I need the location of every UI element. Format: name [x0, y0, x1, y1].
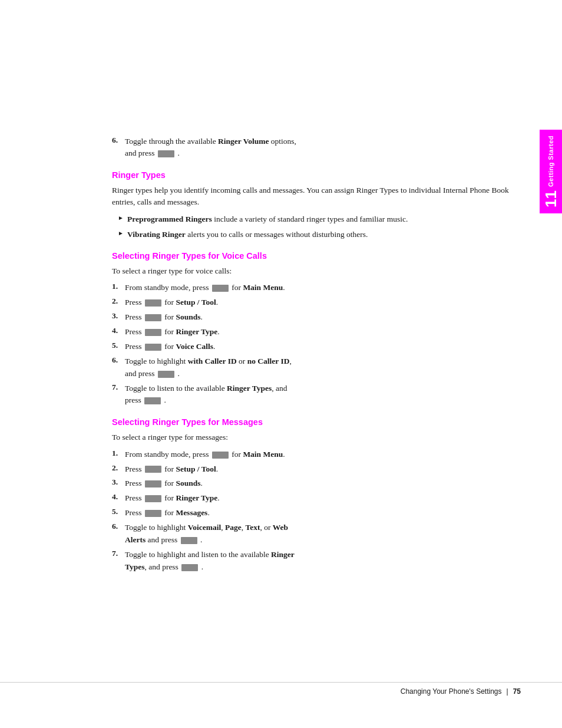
side-tab: Getting Started 11 [540, 130, 562, 213]
bullet-text-2: Vibrating Ringer alerts you to calls or … [127, 229, 368, 241]
bullet-text-1: Preprogrammed Ringers include a variety … [127, 213, 408, 225]
msg-step-4-num: 4. [112, 492, 125, 502]
ringer-types-para: Ringer types help you identify incoming … [112, 185, 521, 209]
bullet-item-2: ► Vibrating Ringer alerts you to calls o… [118, 229, 521, 241]
voice-step-1: 1. From standby mode, press for Main Men… [112, 282, 521, 294]
voice-step-6-num: 6. [112, 355, 125, 365]
voice-step-3: 3. Press for Sounds. [112, 311, 521, 324]
messages-intro: To select a ringer type for messages: [112, 431, 521, 443]
btn-m2 [145, 466, 161, 473]
msg-step-7-text: Toggle to highlight and listen to the av… [125, 549, 295, 574]
intro-step-6: 6. Toggle through the available Ringer V… [112, 136, 521, 160]
messages-section: Selecting Ringer Types for Messages To s… [112, 417, 521, 574]
voice-step-5-text: Press for Voice Calls. [125, 341, 215, 353]
voice-step-3-text: Press for Sounds. [125, 311, 203, 324]
side-tab-label: Getting Started [547, 136, 554, 187]
footer-label: Changing Your Phone's Settings [401, 687, 502, 696]
msg-step-5: 5. Press for Messages. [112, 507, 521, 519]
msg-step-3-text: Press for Sounds. [125, 477, 203, 490]
voice-step-5-num: 5. [112, 341, 125, 350]
btn-m4 [145, 495, 161, 502]
main-content: 6. Toggle through the available Ringer V… [112, 0, 521, 627]
btn-v2 [145, 299, 161, 307]
voice-step-2: 2. Press for Setup / Tool. [112, 297, 521, 309]
ringer-types-heading: Ringer Types [112, 170, 521, 180]
msg-step-3: 3. Press for Sounds. [112, 477, 521, 490]
btn-m6 [181, 537, 197, 544]
btn-v7 [144, 397, 161, 404]
btn-m1 [212, 452, 229, 459]
voice-step-7-num: 7. [112, 383, 125, 392]
msg-step-1-text: From standby mode, press for Main Menu. [125, 449, 285, 461]
btn-m5 [145, 510, 161, 517]
voice-step-4-num: 4. [112, 326, 125, 335]
intro-step-line: 6. Toggle through the available Ringer V… [112, 136, 521, 160]
msg-step-7-num: 7. [112, 549, 125, 558]
btn-v4 [145, 329, 161, 336]
btn-v6 [158, 371, 174, 378]
voice-step-5: 5. Press for Voice Calls. [112, 341, 521, 353]
btn-m3 [145, 480, 161, 487]
voice-step-4-text: Press for Ringer Type. [125, 326, 220, 338]
voice-step-6-text: Toggle to highlight with Caller ID or no… [125, 355, 292, 380]
voice-step-2-text: Press for Setup / Tool. [125, 297, 218, 309]
msg-step-1-num: 1. [112, 449, 125, 458]
footer: Changing Your Phone's Settings | 75 [0, 682, 562, 696]
intro-step-number: 6. [112, 136, 125, 145]
messages-steps: 1. From standby mode, press for Main Men… [112, 449, 521, 574]
voice-calls-steps: 1. From standby mode, press for Main Men… [112, 282, 521, 407]
page-container: Getting Started 11 6. Toggle through the… [0, 0, 562, 728]
voice-calls-section: Selecting Ringer Types for Voice Calls T… [112, 251, 521, 407]
voice-step-7: 7. Toggle to listen to the available Rin… [112, 383, 521, 407]
msg-step-5-text: Press for Messages. [125, 507, 210, 519]
bullet-arrow-1: ► [118, 215, 124, 221]
msg-step-4: 4. Press for Ringer Type. [112, 492, 521, 505]
voice-step-1-text: From standby mode, press for Main Menu. [125, 282, 285, 294]
btn-v1 [212, 285, 229, 292]
voice-step-6: 6. Toggle to highlight with Caller ID or… [112, 355, 521, 380]
ringer-types-section: Ringer Types Ringer types help you ident… [112, 170, 521, 241]
msg-step-6: 6. Toggle to highlight Voicemail, Page, … [112, 522, 521, 546]
msg-step-5-num: 5. [112, 507, 125, 516]
btn-placeholder-intro [158, 150, 174, 157]
voice-step-3-num: 3. [112, 311, 125, 321]
footer-separator: | [507, 687, 508, 696]
msg-step-6-num: 6. [112, 522, 125, 531]
msg-step-6-text: Toggle to highlight Voicemail, Page, Tex… [125, 522, 288, 546]
msg-step-1: 1. From standby mode, press for Main Men… [112, 449, 521, 461]
msg-step-2-num: 2. [112, 463, 125, 473]
msg-step-7: 7. Toggle to highlight and listen to the… [112, 549, 521, 574]
btn-v3 [145, 314, 161, 321]
msg-step-2: 2. Press for Setup / Tool. [112, 463, 521, 476]
voice-calls-intro: To select a ringer type for voice calls: [112, 265, 521, 277]
voice-step-1-num: 1. [112, 282, 125, 291]
bullet-item-1: ► Preprogrammed Ringers include a variet… [118, 213, 521, 225]
side-tab-number: 11 [542, 190, 560, 207]
ringer-types-bullets: ► Preprogrammed Ringers include a variet… [118, 213, 521, 241]
msg-step-4-text: Press for Ringer Type. [125, 492, 220, 505]
btn-m7 [181, 564, 198, 571]
msg-step-3-num: 3. [112, 477, 125, 487]
voice-calls-heading: Selecting Ringer Types for Voice Calls [112, 251, 521, 261]
voice-step-2-num: 2. [112, 297, 125, 306]
btn-v5 [145, 344, 161, 351]
voice-step-4: 4. Press for Ringer Type. [112, 326, 521, 338]
msg-step-2-text: Press for Setup / Tool. [125, 463, 218, 476]
intro-step-text: Toggle through the available Ringer Volu… [125, 136, 296, 160]
bullet-arrow-2: ► [118, 230, 124, 236]
messages-heading: Selecting Ringer Types for Messages [112, 417, 521, 427]
footer-page-number: 75 [513, 687, 521, 696]
voice-step-7-text: Toggle to listen to the available Ringer… [125, 383, 287, 407]
